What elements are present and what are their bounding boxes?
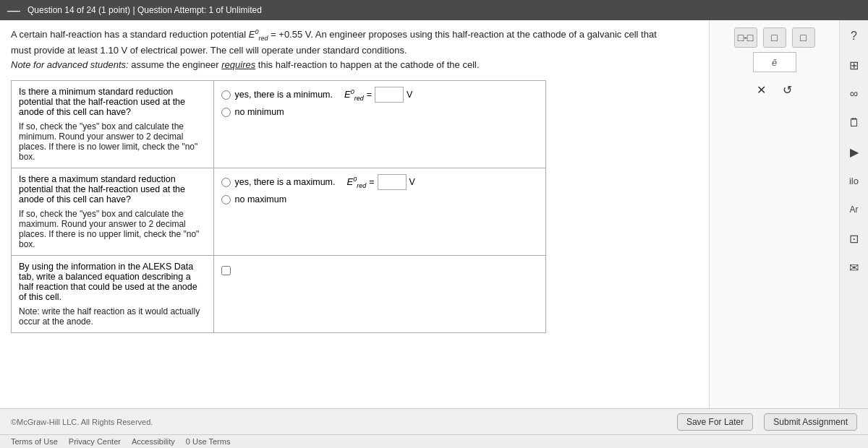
privacy-center-link[interactable]: Privacy Center — [69, 437, 121, 446]
calculator-icon[interactable]: Ar — [844, 199, 864, 220]
max-equals-sign: = — [369, 177, 374, 187]
mail-icon[interactable]: ✉ — [844, 257, 864, 277]
action-buttons: Save For Later Submit Assignment — [677, 413, 857, 431]
problem-text: A certain half-reaction has a standard r… — [11, 27, 698, 72]
right-panel: □-□ □ □ ē ✕ ↺ — [709, 20, 839, 408]
undo-button[interactable]: ↺ — [778, 79, 798, 100]
equals-sign: = — [367, 90, 372, 100]
min-yes-label: yes, there is a minimum. — [235, 90, 333, 100]
left-panel: A certain half-reaction has a standard r… — [0, 20, 709, 408]
question-mark-icon[interactable]: ? — [844, 26, 864, 46]
grid-icon[interactable]: ⊡ — [844, 228, 864, 249]
volt-unit: V — [407, 90, 412, 100]
right-icons-panel: ? ⊞ ∞ 🗒 ▶ ilo Ar ⊡ ✉ — [839, 20, 868, 408]
play-icon[interactable]: ▶ — [844, 142, 864, 162]
max-no-option[interactable]: no maximum — [221, 194, 538, 204]
layout-icon-2[interactable]: □ — [763, 27, 786, 48]
table-row-minimum: Is there a minimum standard reduction po… — [12, 81, 546, 168]
table-row-maximum: Is there a maximum standard reduction po… — [12, 168, 546, 256]
max-yes-option[interactable]: yes, there is a maximum. E0red = V — [221, 174, 538, 190]
collapse-button[interactable]: — — [7, 3, 20, 18]
tool-row-1: □-□ □ □ — [715, 27, 833, 48]
max-no-radio[interactable] — [221, 195, 231, 204]
question-title: Question 14 of 24 (1 point) | Question A… — [27, 5, 262, 15]
eq-checkbox-area — [221, 262, 538, 278]
chart-icon[interactable]: ilo — [844, 171, 864, 191]
max-answer-cell: yes, there is a maximum. E0red = V no ma… — [213, 168, 545, 256]
submit-assignment-button[interactable]: Submit Assignment — [764, 413, 857, 431]
problem-line2: must provide at least 1.10 V of electric… — [11, 45, 407, 56]
min-yes-radio[interactable] — [221, 90, 231, 100]
use-terms-text: 0 Use Terms — [186, 437, 231, 446]
min-question-cell: Is there a minimum standard reduction po… — [12, 81, 214, 168]
notes-icon[interactable]: 🗒 — [844, 113, 864, 133]
min-question-note: If so, check the "yes" box and calculate… — [19, 121, 206, 162]
min-no-label: no minimum — [235, 107, 284, 117]
table-row-equation: By using the information in the ALEKS Da… — [12, 256, 546, 333]
save-for-later-button[interactable]: Save For Later — [677, 413, 753, 431]
max-volt-unit: V — [409, 177, 415, 187]
eq-question-note: Note: write the half reaction as it woul… — [19, 306, 206, 327]
min-equation: E0red = V — [344, 87, 412, 103]
bottom-bar: ©McGraw-Hill LLC. All Rights Reserved. S… — [0, 408, 868, 434]
top-bar: — Question 14 of 24 (1 point) | Question… — [0, 0, 868, 20]
max-value-input[interactable] — [378, 174, 407, 190]
problem-line3: Note for advanced students: assume the e… — [11, 59, 480, 70]
min-yes-option[interactable]: yes, there is a minimum. E0red = V — [221, 87, 538, 103]
min-no-radio[interactable] — [221, 108, 231, 117]
infinity-icon[interactable]: ∞ — [844, 84, 864, 104]
max-question-cell: Is there a maximum standard reduction po… — [12, 168, 214, 256]
answer-table: Is there a minimum standard reduction po… — [11, 80, 546, 333]
problem-line1: A certain half-reaction has a standard r… — [11, 29, 657, 40]
max-yes-radio[interactable] — [221, 178, 231, 187]
max-question-text: Is there a maximum standard reduction po… — [19, 174, 206, 204]
tool-row-2: ē — [715, 52, 833, 72]
min-no-option[interactable]: no minimum — [221, 107, 538, 117]
eq-answer-cell — [213, 256, 545, 333]
eq-checkbox[interactable] — [221, 266, 231, 275]
main-content: A certain half-reaction has a standard r… — [0, 20, 868, 408]
close-button[interactable]: ✕ — [752, 79, 772, 100]
footer-links: Terms of Use Privacy Center Accessibilit… — [0, 434, 868, 448]
table-icon[interactable]: ⊞ — [844, 55, 864, 75]
min-question-text: Is there a minimum standard reduction po… — [19, 87, 206, 117]
min-answer-cell: yes, there is a minimum. E0red = V no mi… — [213, 81, 545, 168]
electron-symbol: ē — [753, 52, 796, 72]
accessibility-link[interactable]: Accessibility — [132, 437, 175, 446]
close-undo-row: ✕ ↺ — [715, 79, 833, 100]
layout-icon-3[interactable]: □ — [792, 27, 815, 48]
layout-icon-1[interactable]: □-□ — [734, 27, 757, 48]
min-value-input[interactable] — [375, 87, 404, 103]
eq-question-cell: By using the information in the ALEKS Da… — [12, 256, 214, 333]
copyright-text: ©McGraw-Hill LLC. All Rights Reserved. — [11, 418, 153, 426]
max-yes-label: yes, there is a maximum. — [235, 177, 336, 187]
max-no-label: no maximum — [235, 194, 287, 204]
max-question-note: If so, check the "yes" box and calculate… — [19, 209, 206, 249]
max-equation: E0red = V — [346, 174, 414, 190]
terms-of-use-link[interactable]: Terms of Use — [11, 437, 58, 446]
eq-question-text: By using the information in the ALEKS Da… — [19, 262, 206, 302]
